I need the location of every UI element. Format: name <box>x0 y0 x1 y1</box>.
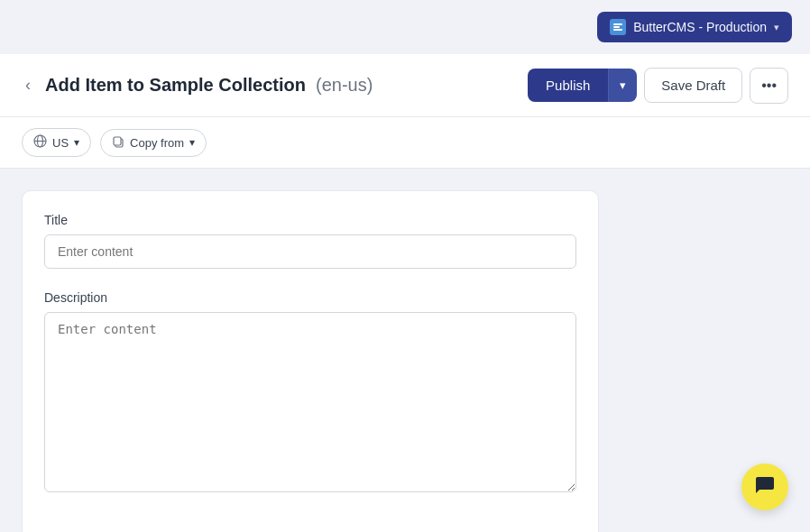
locale-button[interactable]: US ▾ <box>22 128 91 157</box>
save-draft-button[interactable]: Save Draft <box>644 68 742 103</box>
page-header-left: ‹ Add Item to Sample Collection (en-us) <box>22 72 373 98</box>
main-content: Title Description <box>0 169 810 532</box>
description-input[interactable] <box>44 312 576 492</box>
title-field: Title <box>44 213 576 269</box>
cms-icon <box>610 19 626 35</box>
publish-button-group: Publish ▾ <box>528 69 637 102</box>
title-label: Title <box>44 213 576 227</box>
page-header-right: Publish ▾ Save Draft ••• <box>528 68 788 104</box>
svg-rect-1 <box>613 26 620 28</box>
copy-from-button[interactable]: Copy from ▾ <box>100 129 207 157</box>
back-icon: ‹ <box>25 76 31 95</box>
chat-button[interactable] <box>741 463 788 510</box>
page-title-text: Add Item to Sample Collection <box>45 75 306 95</box>
toolbar: US ▾ Copy from ▾ <box>0 117 810 169</box>
copy-from-label: Copy from <box>130 136 184 150</box>
svg-rect-0 <box>613 23 622 25</box>
locale-chevron-icon: ▾ <box>74 136 79 149</box>
page-header: ‹ Add Item to Sample Collection (en-us) … <box>0 54 810 117</box>
publish-dropdown-icon: ▾ <box>620 78 626 92</box>
page-title: Add Item to Sample Collection (en-us) <box>45 75 373 96</box>
cms-chevron-icon: ▾ <box>774 22 779 33</box>
globe-icon <box>33 134 47 151</box>
description-field: Description <box>44 290 576 496</box>
description-label: Description <box>44 290 576 305</box>
more-options-button[interactable]: ••• <box>750 68 788 104</box>
svg-rect-2 <box>613 29 622 31</box>
cms-button[interactable]: ButterCMS - Production ▾ <box>597 12 792 42</box>
cms-button-label: ButterCMS - Production <box>633 20 767 34</box>
page-title-locale: (en-us) <box>316 75 373 95</box>
svg-rect-7 <box>114 137 121 145</box>
chat-icon <box>754 473 776 500</box>
copy-from-chevron-icon: ▾ <box>189 136 195 149</box>
locale-label: US <box>52 136 69 150</box>
publish-button[interactable]: Publish <box>528 69 608 102</box>
form-card: Title Description <box>22 190 599 532</box>
copy-icon <box>112 135 124 151</box>
title-input[interactable] <box>44 234 576 269</box>
publish-dropdown-button[interactable]: ▾ <box>608 69 637 102</box>
back-button[interactable]: ‹ <box>22 72 34 98</box>
top-nav: ButterCMS - Production ▾ <box>0 0 810 54</box>
